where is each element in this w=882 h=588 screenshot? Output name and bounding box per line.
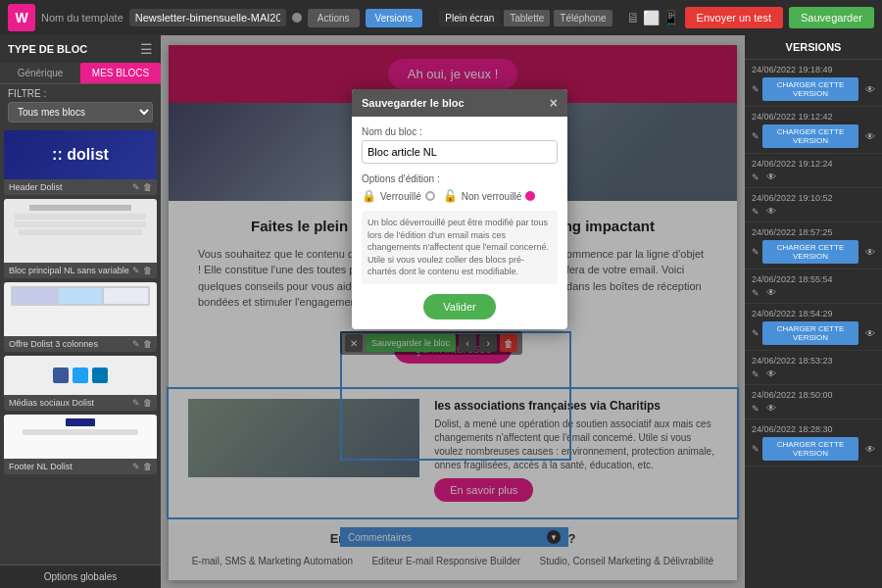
version-edit-icon: ✎	[752, 247, 760, 257]
version-eye-icon[interactable]: 👁	[766, 368, 776, 379]
template-label: Nom du template	[41, 12, 123, 24]
version-eye-icon[interactable]: 👁	[865, 247, 875, 258]
main-layout: TYPE DE BLOC ☰ Générique MES BLOCS FILTR…	[0, 35, 882, 588]
version-eye-icon[interactable]: 👁	[766, 403, 776, 414]
tab-myblocks[interactable]: MES BLOCS	[80, 63, 161, 83]
edit-icon: ✎	[132, 182, 140, 192]
modal-options-label: Options d'édition :	[362, 173, 558, 184]
save-bloc-modal: Sauvegarder le bloc × Nom du bloc : Opti…	[352, 89, 567, 329]
version-edit-icon: ✎	[752, 288, 760, 298]
version-btn-row: ✎ CHARGER CETTE VERSION 👁	[752, 77, 875, 101]
unlock-icon: 🔓	[443, 189, 458, 203]
version-eye-icon[interactable]: 👁	[865, 328, 875, 339]
list-item[interactable]: Footer NL Dolist ✎ 🗑	[4, 415, 157, 474]
phone-view[interactable]: Téléphone	[554, 10, 612, 26]
list-item[interactable]: Médias sociaux Dolist ✎ 🗑	[4, 356, 157, 411]
load-version-button[interactable]: CHARGER CETTE VERSION	[762, 240, 858, 264]
version-date: 24/06/2022 18:28:30	[752, 424, 875, 434]
dolist-logo-preview: :: dolist	[52, 146, 109, 164]
actions-button[interactable]: Actions	[308, 9, 360, 27]
lock-icon: 🔒	[362, 189, 376, 203]
modal-validate-button[interactable]: Valider	[423, 294, 495, 319]
filter-label: FILTRE :	[8, 88, 46, 99]
edit-icon: ✎	[132, 266, 140, 275]
option-unlocked[interactable]: 🔓 Non verrouillé	[443, 189, 536, 203]
app-logo: W	[8, 4, 35, 31]
version-date: 24/06/2022 18:57:25	[752, 227, 875, 237]
save-button[interactable]: Sauvegarder	[789, 7, 874, 28]
tablet-view[interactable]: Tablette	[504, 10, 550, 26]
mini-img	[11, 286, 150, 306]
block-icons: ✎ 🗑	[132, 462, 152, 471]
version-eye-icon[interactable]: 👁	[865, 131, 875, 142]
monitor-icons: 🖥 ⬜ 📱	[626, 10, 679, 25]
version-eye-icon[interactable]: 👁	[766, 206, 776, 217]
version-item: 24/06/2022 18:54:29 ✎ CHARGER CETTE VERS…	[745, 304, 882, 351]
block-icons: ✎ 🗑	[132, 182, 152, 192]
delete-icon: 🗑	[143, 182, 152, 192]
edit-icon: ✎	[132, 339, 140, 349]
block-preview-article	[4, 199, 157, 263]
block-label: Footer NL Dolist ✎ 🗑	[4, 459, 157, 474]
version-edit-icon: ✎	[752, 84, 760, 94]
list-item[interactable]: Offre Dolist 3 colonnes ✎ 🗑	[4, 282, 157, 352]
version-eye-icon[interactable]: 👁	[865, 444, 875, 455]
fullscreen-view[interactable]: Plein écran	[439, 10, 500, 26]
delete-icon: 🗑	[143, 462, 152, 471]
load-version-button[interactable]: CHARGER CETTE VERSION	[762, 124, 858, 148]
version-date: 24/06/2022 19:10:52	[752, 193, 875, 203]
bloc-name-input[interactable]	[362, 140, 558, 164]
version-eye-icon[interactable]: 👁	[766, 287, 776, 298]
modal-options-row: 🔒 Verrouillé 🔓 Non verrouillé	[362, 189, 558, 203]
hamburger-icon[interactable]: ☰	[140, 41, 153, 57]
options-globales[interactable]: Options globales	[0, 564, 161, 588]
list-item[interactable]: Bloc principal NL sans variable ✎ 🗑	[4, 199, 157, 278]
version-item: 24/06/2022 18:50:00 ✎ 👁	[745, 385, 882, 419]
tab-generic[interactable]: Générique	[0, 63, 80, 83]
version-edit-icon: ✎	[752, 444, 760, 454]
versions-panel: VERSIONS 24/06/2022 19:18:49 ✎ CHARGER C…	[745, 35, 882, 588]
version-edit-icon: ✎	[752, 404, 760, 414]
status-dot	[292, 13, 302, 23]
version-date: 24/06/2022 18:53:23	[752, 356, 875, 366]
block-tabs: Générique MES BLOCS	[0, 63, 161, 84]
versions-button[interactable]: Versions	[366, 9, 422, 27]
version-item: 24/06/2022 18:28:30 ✎ CHARGER CETTE VERS…	[745, 419, 882, 466]
version-item: 24/06/2022 18:53:23 ✎ 👁	[745, 351, 882, 385]
list-item[interactable]: :: dolist Header Dolist ✎ 🗑	[4, 130, 157, 195]
block-icons: ✎ 🗑	[132, 398, 152, 408]
block-label: Offre Dolist 3 colonnes ✎ 🗑	[4, 336, 157, 352]
load-version-button[interactable]: CHARGER CETTE VERSION	[762, 321, 858, 345]
template-name-input[interactable]	[129, 9, 286, 26]
topbar: W Nom du template Actions Versions Plein…	[0, 0, 882, 35]
li-icon	[92, 368, 108, 383]
filter-select[interactable]: Tous mes blocs	[8, 102, 153, 122]
version-item: 24/06/2022 19:12:24 ✎ 👁	[745, 154, 882, 188]
send-test-button[interactable]: Envoyer un test	[685, 7, 783, 28]
version-eye-icon[interactable]: 👁	[766, 172, 776, 182]
modal-header: Sauvegarder le bloc ×	[352, 89, 567, 117]
block-preview-medias	[4, 356, 157, 395]
version-date: 24/06/2022 18:50:00	[752, 390, 875, 400]
version-edit-icon: ✎	[752, 328, 760, 338]
load-version-button[interactable]: CHARGER CETTE VERSION	[762, 77, 858, 101]
version-date: 24/06/2022 19:12:42	[752, 112, 875, 122]
version-item: 24/06/2022 19:18:49 ✎ CHARGER CETTE VERS…	[745, 60, 882, 107]
view-icons: Plein écran Tablette Téléphone	[439, 10, 612, 26]
modal-overlay: Sauvegarder le bloc × Nom du bloc : Opti…	[161, 35, 745, 588]
panel-header: TYPE DE BLOC ☰	[0, 35, 161, 63]
option-locked[interactable]: 🔒 Verrouillé	[362, 189, 435, 203]
version-item: 24/06/2022 19:12:42 ✎ CHARGER CETTE VERS…	[745, 107, 882, 154]
locked-radio[interactable]	[425, 191, 435, 201]
delete-icon: 🗑	[143, 398, 152, 408]
version-eye-icon[interactable]: 👁	[865, 84, 875, 95]
filter-row: FILTRE : Tous mes blocs	[0, 84, 161, 126]
version-item: 24/06/2022 18:57:25 ✎ CHARGER CETTE VERS…	[745, 222, 882, 270]
unlocked-radio[interactable]	[525, 191, 535, 201]
blocks-list: :: dolist Header Dolist ✎ 🗑	[0, 126, 161, 564]
load-version-button[interactable]: CHARGER CETTE VERSION	[762, 437, 858, 461]
footer-logo-preview	[66, 418, 95, 426]
modal-close-button[interactable]: ×	[550, 95, 558, 111]
monitor-icon: 🖥	[626, 10, 640, 25]
modal-body: Nom du bloc : Options d'édition : 🔒 Verr…	[352, 117, 567, 329]
